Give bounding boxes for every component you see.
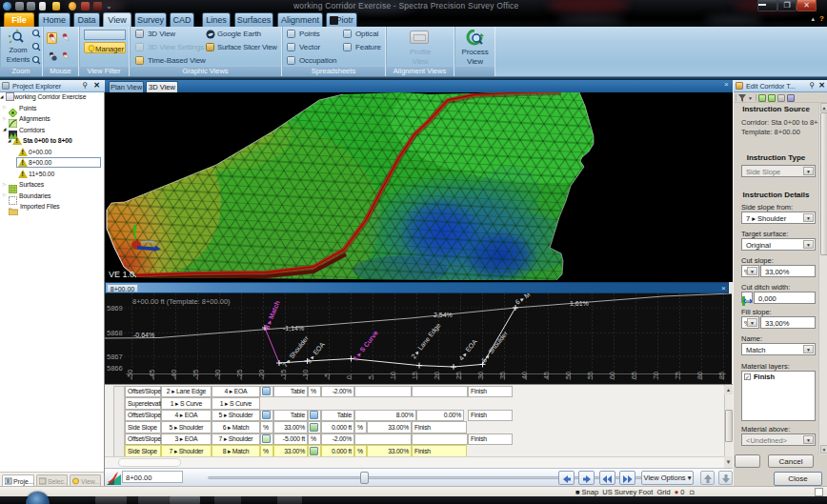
svg-text:5866: 5866 (107, 364, 123, 373)
svg-text:-1,14%: -1,14% (283, 325, 304, 332)
svg-text:5868: 5868 (107, 329, 123, 337)
svg-text:8+00.00 ft (Template: 8+00.00): 8+00.00 ft (Template: 8+00.00) (132, 297, 231, 306)
svg-text:2,54%: 2,54% (434, 312, 453, 318)
svg-text:5867: 5867 (107, 353, 123, 361)
svg-text:-0,64%: -0,64% (133, 332, 154, 338)
svg-text:VE 1.0: VE 1.0 (109, 270, 134, 279)
svg-text:1,61%: 1,61% (570, 300, 589, 307)
svg-text:5869: 5869 (107, 304, 123, 312)
